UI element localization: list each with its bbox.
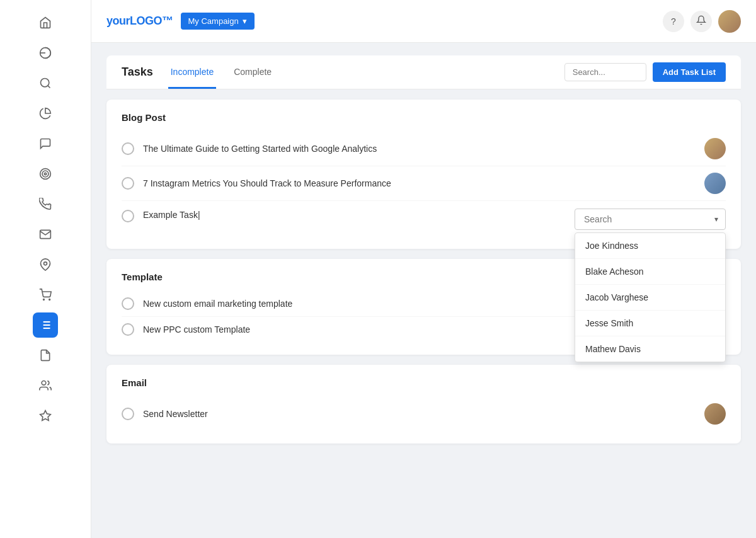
svg-point-4 — [42, 171, 49, 177]
sidebar-item-search[interactable] — [33, 71, 58, 96]
task-checkbox[interactable] — [122, 177, 134, 190]
tasks-search-input[interactable] — [564, 63, 646, 81]
user-avatar[interactable] — [718, 10, 741, 33]
sidebar-item-analytics[interactable] — [33, 40, 58, 66]
task-avatar[interactable] — [704, 403, 726, 425]
email-section-title: Email — [122, 377, 726, 388]
assignee-dropdown-wrapper: ▾ Joe Kindness Blake Acheson Jacob Vargh… — [575, 209, 726, 230]
svg-marker-16 — [40, 411, 51, 421]
task-label: The Ultimate Guide to Getting Started wi… — [143, 144, 704, 154]
blog-post-title: Blog Post — [122, 112, 726, 123]
logo: yourLOGO™ — [106, 14, 173, 28]
tab-incomplete[interactable]: Incomplete — [168, 55, 216, 89]
task-row: Example Task| ▾ Joe Kindness Blake Aches… — [122, 201, 726, 236]
campaign-button[interactable]: My Campaign ▾ — [181, 13, 255, 30]
task-checkbox[interactable] — [122, 323, 134, 336]
sidebar-item-location[interactable] — [33, 252, 58, 277]
svg-point-1 — [41, 79, 49, 87]
sidebar-item-tasks[interactable] — [33, 312, 58, 338]
task-checkbox[interactable] — [122, 408, 134, 420]
sidebar-item-home[interactable] — [33, 10, 58, 35]
blog-post-section: Blog Post The Ultimate Guide to Getting … — [106, 100, 741, 249]
content-area: Tasks Incomplete Complete Add Task List … — [91, 43, 756, 538]
tasks-header: Tasks Incomplete Complete Add Task List — [106, 55, 741, 89]
dropdown-item[interactable]: Mathew Davis — [575, 336, 725, 362]
add-task-list-button[interactable]: Add Task List — [653, 62, 726, 82]
search-dropdown-wrapper: ▾ Joe Kindness Blake Acheson Jacob Vargh… — [575, 209, 726, 230]
notifications-button[interactable] — [690, 11, 712, 32]
task-row: Send Newsletter — [122, 397, 726, 431]
task-avatar[interactable] — [704, 173, 726, 194]
sidebar-item-docs[interactable] — [33, 343, 58, 368]
tasks-actions: Add Task List — [564, 62, 726, 82]
dropdown-item[interactable]: Joe Kindness — [575, 233, 725, 259]
dropdown-item[interactable]: Jesse Smith — [575, 311, 725, 336]
topbar-right: ? — [663, 10, 741, 33]
sidebar-item-email[interactable] — [33, 222, 58, 247]
sidebar-item-targeting[interactable] — [33, 161, 58, 186]
task-checkbox[interactable] — [122, 297, 134, 310]
task-checkbox[interactable] — [122, 142, 134, 155]
task-checkbox[interactable] — [122, 210, 134, 222]
sidebar-item-settings[interactable] — [33, 403, 58, 428]
sidebar-item-cart[interactable] — [33, 282, 58, 307]
assignee-search-input[interactable] — [575, 209, 726, 230]
svg-point-8 — [49, 299, 50, 300]
logo-text: your — [106, 14, 130, 27]
help-button[interactable]: ? — [663, 11, 684, 32]
task-label: Send Newsletter — [143, 409, 704, 419]
sidebar — [0, 0, 91, 538]
svg-point-15 — [42, 381, 46, 386]
campaign-chevron-icon: ▾ — [243, 16, 247, 26]
task-label: 7 Instagram Metrics You Should Track to … — [143, 178, 704, 188]
tab-complete[interactable]: Complete — [231, 55, 274, 89]
task-avatar[interactable] — [704, 138, 726, 159]
svg-point-7 — [43, 299, 45, 300]
task-row: The Ultimate Guide to Getting Started wi… — [122, 132, 726, 166]
dropdown-item[interactable]: Jacob Varghese — [575, 285, 725, 311]
assignee-dropdown-menu: Joe Kindness Blake Acheson Jacob Varghes… — [575, 232, 726, 362]
sidebar-item-users[interactable] — [33, 373, 58, 398]
dropdown-item[interactable]: Blake Acheson — [575, 259, 725, 285]
task-label: Example Task| — [143, 209, 575, 220]
topbar-left: yourLOGO™ My Campaign ▾ — [106, 13, 255, 30]
main-content: yourLOGO™ My Campaign ▾ ? Tasks Inc — [91, 0, 756, 538]
svg-point-6 — [44, 262, 47, 265]
tabs: Incomplete Complete — [168, 55, 564, 89]
sidebar-item-pie[interactable] — [33, 101, 58, 126]
email-section: Email Send Newsletter — [106, 365, 741, 444]
campaign-label: My Campaign — [188, 16, 239, 26]
svg-point-5 — [44, 173, 46, 175]
logo-bold: LOGO™ — [130, 14, 173, 27]
sidebar-item-chat[interactable] — [33, 131, 58, 156]
sidebar-item-phone[interactable] — [33, 192, 58, 217]
bell-icon — [696, 15, 706, 27]
task-row: 7 Instagram Metrics You Should Track to … — [122, 166, 726, 201]
help-icon: ? — [671, 16, 676, 26]
tasks-title: Tasks — [122, 55, 153, 89]
topbar: yourLOGO™ My Campaign ▾ ? — [91, 0, 756, 43]
svg-line-2 — [48, 86, 50, 88]
